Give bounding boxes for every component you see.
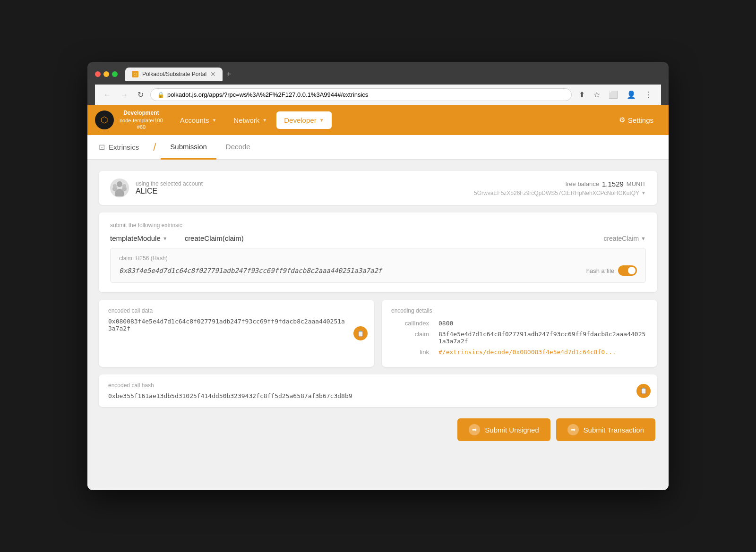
menu-button[interactable]: ⋮ [641, 88, 655, 101]
submit-unsigned-label: Submit Unsigned [485, 426, 539, 434]
avatar [110, 178, 129, 197]
logo-text: Development node-template/100 #60 [120, 110, 163, 130]
balance-row: free balance 1.1529 MUNIT [565, 180, 646, 188]
extrinsic-module-dropdown[interactable]: templateModule ▼ [110, 234, 168, 242]
settings-nav-label: Settings [628, 116, 653, 124]
browser-nav: ← → ↻ 🔒 polkadot.js.org/apps/?rpc=ws%3A%… [95, 85, 661, 105]
settings-nav-item[interactable]: ⚙ Settings [611, 111, 661, 129]
svg-point-5 [113, 184, 117, 188]
call-index-row: callIndex 0800 [391, 320, 648, 327]
extrinsic-section: submit the following extrinsic templateM… [99, 212, 657, 292]
claim-encoding-value: 83f4e5e4d7d1c64c8f027791adb247f93cc69ff9… [438, 331, 648, 345]
call-index-value: 0800 [438, 320, 453, 327]
claim-section: claim: H256 (Hash) 0x83f4e5e4d7d1c64c8f0… [110, 248, 646, 283]
claim-value: 0x83f4e5e4d7d1c64c8f027791adb247f93cc69f… [119, 267, 382, 274]
submit-transaction-label: Submit Transaction [584, 426, 644, 434]
share-button[interactable]: ⬆ [576, 88, 588, 101]
submit-transaction-button[interactable]: ➡ Submit Transaction [556, 418, 655, 441]
encoding-link[interactable]: #/extrinsics/decode/0x080083f4e5e4d7d1c6… [438, 348, 616, 356]
app-logo: ⬡ Development node-template/100 #60 [95, 110, 163, 130]
encoding-details-box: encoding details callIndex 0800 claim 83… [382, 300, 657, 367]
developer-nav-label: Developer [284, 116, 316, 124]
address-domain: polkadot.js.org [167, 91, 207, 98]
tab-decode[interactable]: Decode [216, 135, 260, 160]
submit-unsigned-button[interactable]: ➡ Submit Unsigned [457, 418, 550, 441]
address-text: 5GrwvaEF5zXb26Fz9rcQpDWS57CtERHpNehXCPcN… [474, 190, 639, 196]
call-index-key: callIndex [391, 320, 429, 327]
hash-file-switch[interactable] [618, 265, 637, 276]
new-tab-button[interactable]: + [223, 69, 235, 79]
sidebar-button[interactable]: ⬜ [605, 88, 621, 101]
accounts-chevron-icon: ▼ [212, 118, 216, 123]
nav-actions: ⬆ ☆ ⬜ 👤 ⋮ [576, 88, 655, 101]
bookmark-button[interactable]: ☆ [590, 88, 603, 101]
encoded-call-data-box: encoded call data 0x080083f4e5e4d7d1c64c… [99, 300, 374, 367]
extrinsic-label: submit the following extrinsic [110, 222, 646, 229]
call-hash-value: 0xbe355f161ae13db5d31025f414dd50b3239432… [108, 392, 648, 399]
account-left: using the selected account ALICE [110, 178, 203, 197]
link-row: link #/extrinsics/decode/0x080083f4e5e4d… [391, 348, 648, 356]
copy-call-hash-button[interactable]: 📋 [636, 384, 651, 398]
tab-close-button[interactable]: ✕ [210, 70, 216, 78]
accounts-nav-item[interactable]: Accounts ▼ [172, 111, 224, 129]
account-address: 5GrwvaEF5zXb26Fz9rcQpDWS57CtERHpNehXCPcN… [474, 190, 646, 196]
settings-gear-icon: ⚙ [619, 116, 625, 124]
sub-nav-divider: / [153, 141, 156, 153]
extrinsics-icon: ⊡ [99, 143, 105, 152]
extrinsic-method-label: createClaim [603, 235, 639, 242]
logo-icon: ⬡ [95, 110, 114, 129]
address-dropdown-icon[interactable]: ▼ [641, 190, 646, 195]
back-button[interactable]: ← [101, 89, 114, 101]
network-chevron-icon: ▼ [262, 118, 267, 123]
link-key: link [391, 348, 429, 356]
main-content: using the selected account ALICE free ba… [87, 160, 669, 490]
account-name: ALICE [136, 187, 203, 195]
action-row: ➡ Submit Unsigned ➡ Submit Transaction [99, 418, 657, 441]
tab-submission[interactable]: Submission [161, 135, 216, 160]
submit-transaction-icon: ➡ [567, 424, 579, 435]
close-window-button[interactable] [95, 71, 101, 77]
address-path: /apps/?rpc=ws%3A%2F%2F127.0.0.1%3A9944#/… [207, 91, 369, 98]
call-hash-label: encoded call hash [108, 382, 648, 389]
submit-unsigned-icon: ➡ [469, 424, 480, 435]
network-nav-item[interactable]: Network ▼ [226, 111, 275, 129]
forward-button[interactable]: → [118, 89, 131, 101]
maximize-window-button[interactable] [112, 71, 118, 77]
account-info: using the selected account ALICE [136, 180, 203, 195]
tab-favicon-icon: ⬡ [132, 71, 138, 77]
reload-button[interactable]: ↻ [135, 88, 146, 101]
balance-unit: MUNIT [627, 180, 646, 187]
extrinsic-method-right[interactable]: createClaim ▼ [603, 235, 646, 242]
claim-row: 0x83f4e5e4d7d1c64c8f027791adb247f93cc69f… [119, 265, 637, 276]
nav-items: Accounts ▼ Network ▼ Developer ▼ [172, 111, 611, 129]
extrinsic-call-text: createClaim(claim) [179, 234, 598, 242]
encoded-call-hash-box: encoded call hash 0xbe355f161ae13db5d310… [99, 374, 657, 407]
node-label: node-template/100 [120, 117, 163, 124]
block-label: #60 [120, 124, 163, 130]
claim-encoding-row: claim 83f4e5e4d7d1c64c8f027791adb247f93c… [391, 331, 648, 345]
browser-titlebar: ⬡ Polkadot/Substrate Portal ✕ + ← → ↻ 🔒 … [87, 62, 669, 105]
account-right: free balance 1.1529 MUNIT 5GrwvaEF5zXb26… [474, 180, 646, 196]
call-data-value: 0x080083f4e5e4d7d1c64c8f027791adb247f93c… [108, 318, 365, 332]
encoding-details-title: encoding details [391, 307, 648, 314]
svg-point-1 [117, 181, 122, 187]
extrinsic-row: templateModule ▼ createClaim(claim) crea… [110, 234, 646, 242]
minimize-window-button[interactable] [103, 71, 109, 77]
claim-type-label: claim: H256 (Hash) [119, 255, 637, 262]
call-data-label: encoded call data [108, 307, 365, 314]
copy-call-data-button[interactable]: 📋 [353, 326, 368, 340]
browser-tab-active[interactable]: ⬡ Polkadot/Substrate Portal ✕ [125, 68, 223, 81]
balance-value: 1.1529 [602, 180, 624, 188]
developer-nav-item[interactable]: Developer ▼ [276, 111, 331, 129]
sub-nav: ⊡ Extrinsics / Submission Decode [87, 135, 669, 160]
developer-chevron-icon: ▼ [319, 118, 324, 123]
tab-bar: ⬡ Polkadot/Substrate Portal ✕ + [125, 68, 661, 81]
address-bar[interactable]: 🔒 polkadot.js.org/apps/?rpc=ws%3A%2F%2F1… [150, 88, 572, 101]
encoded-data-grid: encoded call data 0x080083f4e5e4d7d1c64c… [99, 300, 657, 367]
account-section: using the selected account ALICE free ba… [99, 171, 657, 205]
sub-nav-header: ⊡ Extrinsics [99, 135, 148, 159]
module-dropdown-icon: ▼ [163, 236, 168, 241]
profile-button[interactable]: 👤 [623, 88, 639, 101]
address-text: polkadot.js.org/apps/?rpc=ws%3A%2F%2F127… [167, 91, 368, 98]
hash-file-toggle: hash a file [586, 265, 637, 276]
